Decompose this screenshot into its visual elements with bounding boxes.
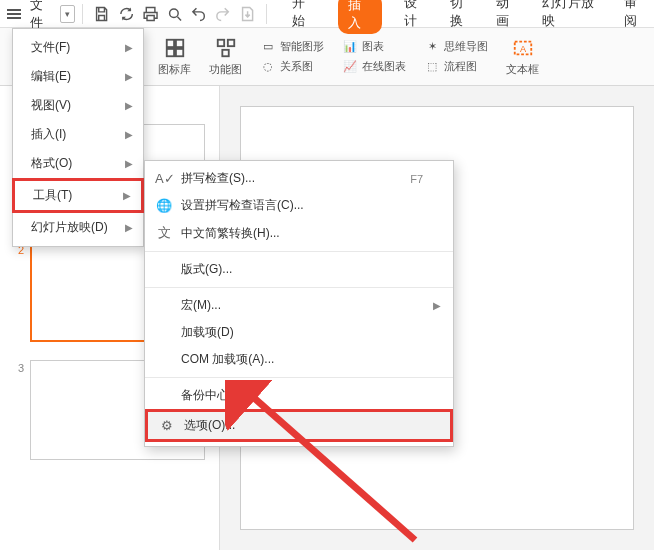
ribbon-iconlib[interactable]: 图标库 (158, 34, 191, 79)
svg-rect-9 (175, 48, 182, 55)
ribbon-smartart[interactable]: ▭智能图形 (260, 39, 324, 55)
slide-number: 3 (14, 362, 24, 460)
tab-review[interactable]: 审阅 (624, 0, 648, 34)
svg-rect-11 (227, 39, 233, 45)
submenu-arrow-icon: ▶ (123, 190, 131, 201)
menu-label: 编辑(E) (31, 68, 71, 85)
lang-icon: 🌐 (155, 198, 173, 213)
submenu-setlang[interactable]: 🌐设置拼写检查语言(C)... (145, 192, 453, 219)
ribbon-textbox[interactable]: A 文本框 (506, 34, 539, 79)
smartart-icon: ▭ (260, 39, 276, 55)
sync-icon[interactable] (118, 5, 135, 23)
file-main-menu: 文件(F)▶ 编辑(E)▶ 视图(V)▶ 插入(I)▶ 格式(O)▶ 工具(T)… (12, 28, 144, 247)
separator (266, 4, 267, 24)
file-menu-dropdown[interactable]: ▾ (60, 5, 75, 23)
ribbon-mindmap[interactable]: ✶思维导图 (424, 39, 488, 55)
ribbon-label: 流程图 (444, 59, 477, 74)
highlight-tools: 工具(T)▶ (12, 178, 144, 213)
slide-number: 2 (14, 244, 24, 342)
preview-icon[interactable] (166, 5, 183, 23)
submenu-chineseconv[interactable]: 文中文简繁转换(H)... (145, 219, 453, 247)
flowchart-icon: ⬚ (424, 59, 440, 75)
iconlib-icon (164, 37, 186, 59)
menu-label: 中文简繁转换(H)... (181, 225, 280, 242)
tab-slideshow[interactable]: 幻灯片放映 (542, 0, 602, 34)
menu-label: 工具(T) (33, 187, 72, 204)
print-icon[interactable] (142, 5, 159, 23)
submenu-arrow-icon: ▶ (125, 129, 133, 140)
tab-transition[interactable]: 切换 (450, 0, 474, 34)
tab-insert[interactable]: 插入 (338, 0, 382, 34)
chevron-down-icon: ▾ (65, 9, 70, 19)
menu-label: 插入(I) (31, 126, 66, 143)
ribbon-chart[interactable]: 📊图表 (342, 39, 406, 55)
ribbon-label: 图表 (362, 39, 384, 54)
ribbon-tabs: 开始 插入 设计 切换 动画 幻灯片放映 审阅 (292, 0, 648, 34)
tab-start[interactable]: 开始 (292, 0, 316, 34)
submenu-macro[interactable]: 宏(M)...▶ (145, 292, 453, 319)
spellcheck-icon: A✓ (155, 171, 173, 186)
menu-label: 加载项(D) (181, 324, 234, 341)
relation-icon: ◌ (260, 59, 276, 75)
submenu-arrow-icon: ▶ (125, 158, 133, 169)
mindmap-icon: ✶ (424, 39, 440, 55)
submenu-addins[interactable]: 加载项(D) (145, 319, 453, 346)
submenu-backup[interactable]: 备份中心(K)... (145, 382, 453, 409)
menu-tools[interactable]: 工具(T)▶ (15, 181, 141, 210)
submenu-arrow-icon: ▶ (125, 100, 133, 111)
undo-icon[interactable] (190, 5, 207, 23)
convert-icon: 文 (155, 224, 173, 242)
ribbon-flowchart[interactable]: ⬚流程图 (424, 59, 488, 75)
menu-slideshow[interactable]: 幻灯片放映(D)▶ (13, 213, 143, 242)
menu-label: COM 加载项(A)... (181, 351, 274, 368)
svg-rect-6 (166, 39, 173, 46)
ribbon-onlinechart[interactable]: 📈在线图表 (342, 59, 406, 75)
menu-label: 版式(G)... (181, 261, 232, 278)
svg-rect-12 (222, 49, 228, 55)
tab-design[interactable]: 设计 (404, 0, 428, 34)
svg-point-0 (170, 8, 179, 17)
ribbon-label: 关系图 (280, 59, 313, 74)
onlinechart-icon: 📈 (342, 59, 358, 75)
export-icon[interactable] (239, 5, 256, 23)
ribbon-morefx[interactable]: 功能图 (209, 34, 242, 79)
hamburger-icon[interactable] (6, 7, 21, 21)
ribbon-label: 在线图表 (362, 59, 406, 74)
gear-icon: ⚙ (158, 418, 176, 433)
menu-label: 宏(M)... (181, 297, 221, 314)
separator (145, 287, 453, 288)
menu-edit[interactable]: 编辑(E)▶ (13, 62, 143, 91)
menu-label: 文件(F) (31, 39, 70, 56)
menu-insert[interactable]: 插入(I)▶ (13, 120, 143, 149)
submenu-arrow-icon: ▶ (125, 42, 133, 53)
textbox-icon: A (512, 37, 534, 59)
ribbon-label: 文本框 (506, 62, 539, 77)
tab-animation[interactable]: 动画 (496, 0, 520, 34)
svg-rect-8 (166, 48, 173, 55)
ribbon-label: 智能图形 (280, 39, 324, 54)
highlight-options: ⚙选项(O)... (145, 409, 453, 442)
menu-label: 设置拼写检查语言(C)... (181, 197, 304, 214)
chart-icon: 📊 (342, 39, 358, 55)
submenu-arrow-icon: ▶ (125, 71, 133, 82)
menu-label: 选项(O)... (184, 417, 235, 434)
submenu-arrow-icon: ▶ (125, 222, 133, 233)
ribbon-relation[interactable]: ◌关系图 (260, 59, 324, 75)
save-icon[interactable] (93, 5, 110, 23)
shortcut-text: F7 (410, 173, 423, 185)
submenu-options[interactable]: ⚙选项(O)... (148, 412, 450, 439)
ribbon-label: 图标库 (158, 62, 191, 77)
menu-file[interactable]: 文件(F)▶ (13, 33, 143, 62)
submenu-layout[interactable]: 版式(G)... (145, 256, 453, 283)
title-bar: 文件 ▾ 开始 插入 设计 切换 动画 幻灯片放映 审阅 (0, 0, 654, 28)
svg-rect-7 (175, 39, 182, 46)
submenu-comaddins[interactable]: COM 加载项(A)... (145, 346, 453, 373)
redo-icon[interactable] (214, 5, 231, 23)
menu-view[interactable]: 视图(V)▶ (13, 91, 143, 120)
menu-label: 拼写检查(S)... (181, 170, 255, 187)
menu-label: 备份中心(K)... (181, 387, 255, 404)
menu-format[interactable]: 格式(O)▶ (13, 149, 143, 178)
separator (145, 251, 453, 252)
menu-label: 格式(O) (31, 155, 72, 172)
submenu-spellcheck[interactable]: A✓拼写检查(S)...F7 (145, 165, 453, 192)
